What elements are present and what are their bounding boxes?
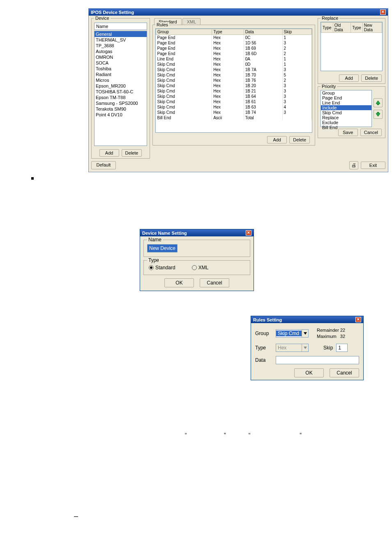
replace-add-button[interactable]: Add [339,74,359,82]
data-input[interactable] [276,356,359,364]
ok-button[interactable]: OK [164,278,194,287]
rules-add-button[interactable]: Add [267,136,287,143]
table-row[interactable]: Skip CmdHex1B 203 [156,83,312,88]
table-row[interactable]: Skip CmdHex1B 613 [156,99,312,104]
rules-header[interactable]: Group [156,29,212,35]
device-list-item[interactable]: Terakota SM90 [95,106,147,112]
device-name-setting-dialog: Device Name Setting ✕ Name New Device Ty… [140,229,254,291]
group-label: Group [255,331,276,336]
dash-char: – [74,512,363,520]
table-row[interactable]: Page EndHex0C1 [156,35,312,41]
device-list-item[interactable]: Point 4 DV10 [95,112,147,118]
window-title: IPOS Device Setting [91,10,134,15]
cancel-button[interactable]: Cancel [330,368,359,377]
ok-button[interactable]: OK [294,368,324,377]
rules-header[interactable]: Type [212,29,244,35]
rules-setting-dialog: Rules Setting ✕ Group Skip Cmd Remainder… [251,316,364,380]
print-icon[interactable]: 🖨 [349,161,358,169]
priority-item[interactable]: Page End [321,95,371,100]
close-icon[interactable]: ✕ [246,230,251,236]
skip-label: Skip [323,345,333,351]
exit-button[interactable]: Exit [361,162,385,169]
table-row[interactable]: Skip CmdHex1B 743 [156,110,312,115]
rules-header[interactable]: Data [244,29,282,35]
radio-standard[interactable]: Standard [149,265,175,271]
close-icon[interactable]: ✕ [355,317,361,322]
table-row[interactable]: Skip CmdHex1B 643 [156,94,312,99]
rules-header[interactable]: Skip [282,29,311,35]
priority-item[interactable]: Line End [321,100,371,105]
replace-header[interactable]: Old Data [333,23,350,33]
priority-fieldset: Priority GroupPage EndLine EndIncludeSki… [318,86,385,138]
device-list-item[interactable]: Micros [95,77,147,83]
device-list-item[interactable]: Radiant [95,72,147,77]
group-combo[interactable]: Skip Cmd [276,329,309,338]
replace-header[interactable]: Type [321,23,333,33]
replace-delete-button[interactable]: Delete [361,74,382,82]
cancel-button[interactable]: Cancel [200,278,229,287]
replace-legend: Replace [321,16,339,21]
titlebar: IPOS Device Setting ✕ [89,9,388,16]
data-label: Data [255,357,276,363]
priority-item[interactable]: Group [321,90,371,95]
remainder-maximum-text: Remainder 22 Maximum 32 [317,327,345,340]
device-add-button[interactable]: Add [99,149,119,157]
default-button[interactable]: Default [91,161,116,169]
type-label: Type [255,345,276,351]
device-list-item[interactable]: Samsung - SPS2000 [95,100,147,106]
rules-delete-button[interactable]: Delete [289,136,310,143]
radio-xml[interactable]: XML [192,265,209,271]
arrow-down-icon [376,112,380,117]
table-row[interactable]: Skip CmdHex1B 762 [156,78,312,83]
table-row[interactable]: Skip CmdHex1B 7A3 [156,67,312,72]
type-fieldset: Type Standard XML [143,260,250,275]
replace-grid[interactable]: TypeOld DataTypeNew Data [321,22,383,71]
chevron-down-icon[interactable] [302,330,308,337]
device-list-item[interactable]: General [95,31,147,37]
priority-item[interactable]: Replace [321,115,371,120]
device-list-item[interactable]: Toshiba [95,66,147,72]
device-list-item[interactable]: TOSHIBA ST-60-C [95,89,147,95]
priority-item[interactable]: Include [321,105,371,110]
priority-cancel-button[interactable]: Cancel [360,129,382,136]
device-delete-button[interactable]: Delete [122,149,142,157]
priority-item[interactable]: Skip Cmd [321,110,371,115]
table-row[interactable]: Page EndHex1B 692 [156,46,312,51]
device-legend: Device [94,16,111,21]
radio-off-icon [192,265,197,270]
table-row[interactable]: Skip CmdHex1B 634 [156,104,312,110]
replace-header[interactable]: New Data [362,23,382,33]
replace-header[interactable]: Type [351,23,363,33]
device-list-item[interactable]: SOCA [95,60,147,66]
device-list[interactable]: GeneralTHERMAL_SVTP_3688AutogasOMRONSOCA… [94,31,147,146]
table-row[interactable]: Bill EndAsciiTotal [156,115,312,120]
tab-xml[interactable]: XML [182,18,201,25]
device-list-item[interactable]: Epson TM-T88 [95,95,147,100]
priority-up-button[interactable] [374,98,383,107]
tab-bar: Standard XML [154,18,315,25]
rules-fieldset: Rules GroupTypeDataSkip Page EndHex0C1Pa… [152,25,315,146]
table-row[interactable]: Skip CmdHex0D1 [156,62,312,67]
device-name-input[interactable]: New Device [147,244,178,252]
device-list-item[interactable]: Epson_MR200 [95,83,147,89]
table-row[interactable]: Line EndHex0A1 [156,56,312,62]
bullet-marker [31,176,363,180]
device-list-item[interactable]: TP_3688 [95,43,147,49]
device-list-item[interactable]: OMRON [95,54,147,60]
priority-item[interactable]: Exclude [321,120,371,125]
dialog-title: Device Name Setting [142,231,187,236]
priority-down-button[interactable] [374,110,383,119]
replace-fieldset: Replace TypeOld DataTypeNew Data Add Del… [318,18,385,84]
rules-grid[interactable]: GroupTypeDataSkip Page EndHex0C1Page End… [155,28,312,133]
table-row[interactable]: Skip CmdHex1B 213 [156,88,312,94]
device-list-item[interactable]: THERMAL_SV [95,37,147,43]
table-row[interactable]: Page EndHex1B 6D2 [156,51,312,56]
device-list-item[interactable]: Autogas [95,49,147,54]
table-row[interactable]: Page EndHex1D 563 [156,40,312,46]
close-icon[interactable]: ✕ [380,9,386,15]
skip-input[interactable]: 1 [336,344,348,352]
priority-list[interactable]: GroupPage EndLine EndIncludeSkip CmdRepl… [321,90,372,127]
priority-save-button[interactable]: Save [338,129,358,136]
table-row[interactable]: Skip CmdHex1B 705 [156,72,312,78]
rules-legend: Rules [155,22,169,27]
